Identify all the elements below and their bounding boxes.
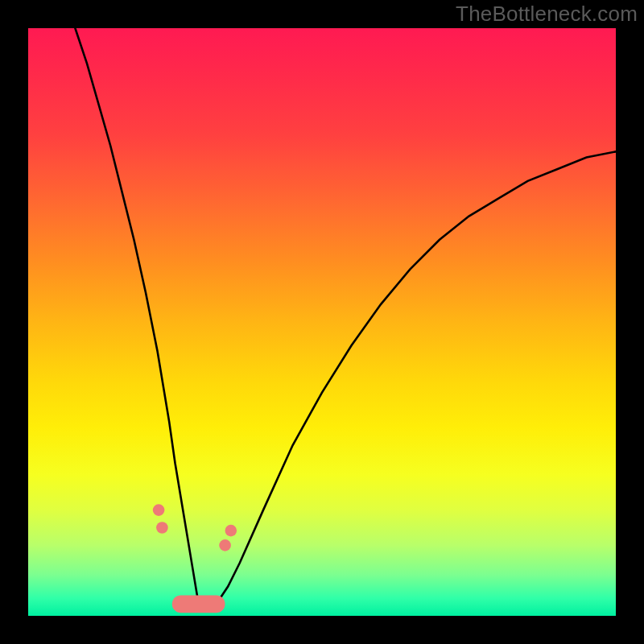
marker-dot [156,522,168,534]
bottleneck-curve [75,28,616,610]
marker-dot [219,539,231,551]
marker-group [153,504,237,551]
watermark-text: TheBottleneck.com [456,2,638,27]
plot-area [28,28,616,616]
marker-dot [153,504,165,516]
marker-dot [225,525,237,537]
minimum-capsule [172,595,225,613]
chart-frame: TheBottleneck.com [0,0,644,644]
curve-svg [28,28,616,616]
